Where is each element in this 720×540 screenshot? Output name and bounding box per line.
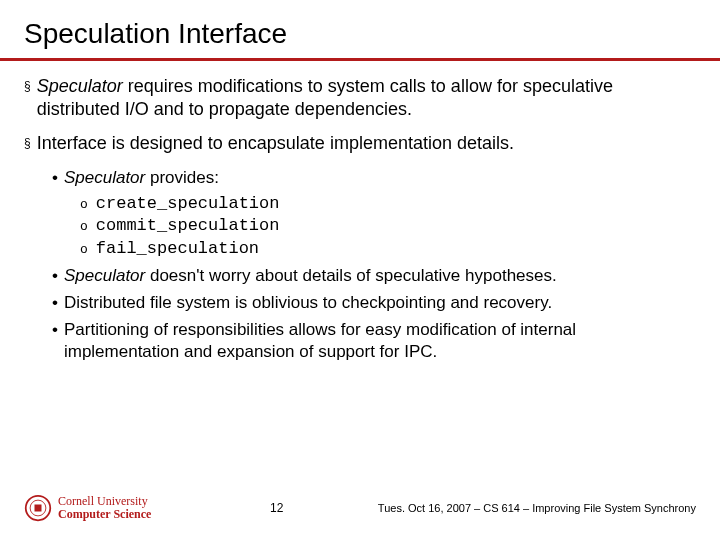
bullet-text: Speculator requires modifications to sys… [37,75,696,120]
bullet-l3: o create_speculation [80,194,696,214]
bullet-mark-l1: § [24,79,31,120]
text: provides: [145,168,219,187]
bullet-l1: § Speculator requires modifications to s… [24,75,696,120]
footer-text: Tues. Oct 16, 2007 – CS 614 – Improving … [378,502,696,514]
bullet-text: Interface is designed to encapsulate imp… [37,132,696,155]
text: requires modifications to system calls t… [37,76,613,119]
bullet-text: Distributed file system is oblivious to … [64,292,696,313]
logo-text: Cornell University Computer Science [58,495,151,521]
bullet-l3: o fail_speculation [80,239,696,259]
bullet-mark-l3: o [80,219,88,236]
svg-rect-2 [35,505,42,512]
bullet-text: Speculator doesn't worry about details o… [64,265,696,286]
bullet-l2: • Partitioning of responsibilities allow… [52,319,696,362]
bullet-l2: • Distributed file system is oblivious t… [52,292,696,313]
logo-line2: Computer Science [58,508,151,521]
bullet-l2: • Speculator provides: [52,167,696,188]
university-logo: Cornell University Computer Science [24,494,151,522]
bullet-text: Partitioning of responsibilities allows … [64,319,696,362]
code-text: fail_speculation [96,239,696,259]
bullet-text: Speculator provides: [64,167,696,188]
footer: Cornell University Computer Science 12 T… [24,494,696,522]
title-rule [0,58,720,61]
bullet-mark-l1: § [24,136,31,155]
bullet-mark-l2: • [52,265,58,286]
slide: Speculation Interface § Speculator requi… [0,0,720,540]
bullet-mark-l2: • [52,167,58,188]
emphasis: Speculator [37,76,123,96]
code-text: create_speculation [96,194,696,214]
bullet-mark-l2: • [52,319,58,362]
code-text: commit_speculation [96,216,696,236]
emphasis: Speculator [64,266,145,285]
text: doesn't worry about details of speculati… [145,266,557,285]
bullet-mark-l3: o [80,242,88,259]
bullet-mark-l2: • [52,292,58,313]
bullet-l1: § Interface is designed to encapsulate i… [24,132,696,155]
emphasis: Speculator [64,168,145,187]
bullet-mark-l3: o [80,197,88,214]
bullet-l2: • Speculator doesn't worry about details… [52,265,696,286]
seal-icon [24,494,52,522]
page-number: 12 [270,501,283,515]
slide-title: Speculation Interface [24,18,696,50]
bullet-l3: o commit_speculation [80,216,696,236]
